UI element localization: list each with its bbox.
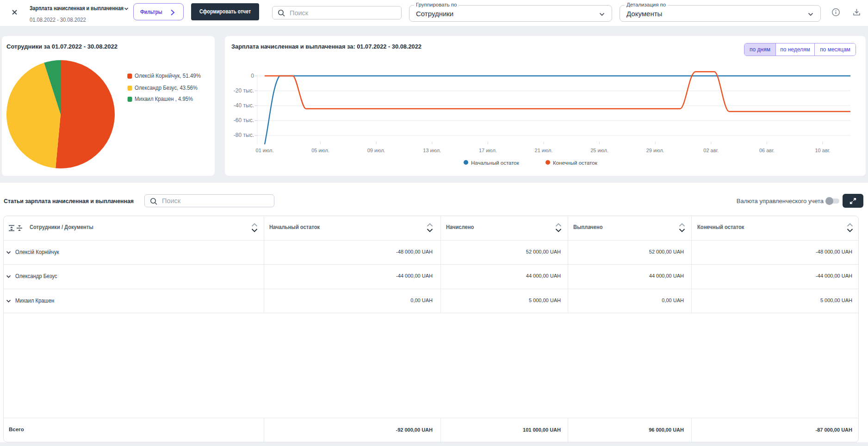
svg-text:-20 тыс.: -20 тыс. [234,87,254,94]
svg-text:13 июл.: 13 июл. [423,148,441,153]
svg-text:01 июл.: 01 июл. [256,148,274,153]
svg-text:17 июл.: 17 июл. [479,148,497,153]
svg-text:-80 тыс.: -80 тыс. [234,132,254,138]
svg-text:05 июл.: 05 июл. [311,148,329,153]
svg-text:0: 0 [251,73,254,79]
svg-text:10 авг.: 10 авг. [815,148,831,153]
svg-text:Начальный остаток: Начальный остаток [471,160,520,166]
svg-text:06 авг.: 06 авг. [759,148,775,153]
svg-text:02 авг.: 02 авг. [703,148,719,153]
svg-text:-60 тыс.: -60 тыс. [234,117,254,124]
svg-text:09 июл.: 09 июл. [367,148,385,153]
svg-text:29 июл.: 29 июл. [646,148,664,153]
svg-text:Конечный остаток: Конечный остаток [553,160,598,166]
svg-text:-40 тыс.: -40 тыс. [234,102,254,109]
svg-text:21 июл.: 21 июл. [535,148,553,153]
svg-text:25 июл.: 25 июл. [590,148,608,153]
